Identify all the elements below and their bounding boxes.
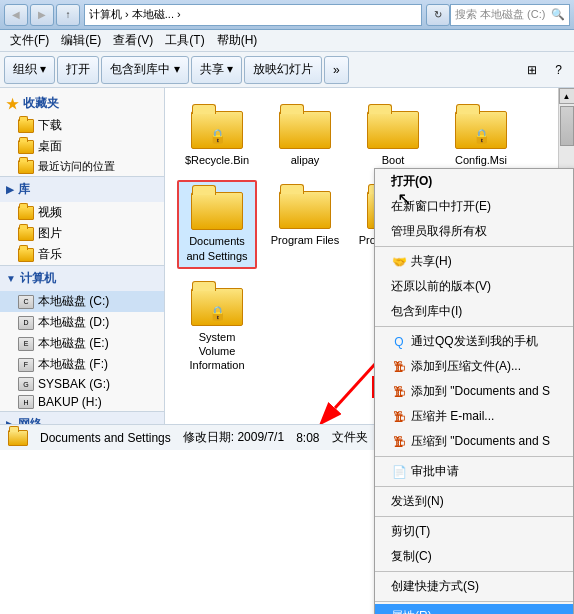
more-button[interactable]: »	[324, 56, 349, 84]
sidebar-network-header[interactable]: ▶ 网络	[0, 411, 164, 424]
sidebar-library-header[interactable]: ▶ 库	[0, 176, 164, 202]
folder-documents-settings[interactable]: Documents and Settings	[177, 180, 257, 269]
sidebar-item-download[interactable]: 下载	[0, 115, 164, 136]
chevron-icon: ▶	[6, 184, 14, 195]
ctx-approve[interactable]: 📄 审批申请	[375, 459, 573, 484]
ctx-qq[interactable]: Q 通过QQ发送到我的手机	[375, 329, 573, 354]
ctx-create-shortcut[interactable]: 创建快捷方式(S)	[375, 574, 573, 599]
folder-icon	[18, 140, 34, 154]
menu-bar: 文件(F) 编辑(E) 查看(V) 工具(T) 帮助(H)	[0, 30, 574, 52]
drive-icon-f: F	[18, 358, 34, 372]
title-bar: ◀ ▶ ↑ 计算机 › 本地磁... › ↻ 搜索 本地磁盘 (C:) 🔍	[0, 0, 574, 30]
ctx-admin[interactable]: 管理员取得所有权	[375, 219, 573, 244]
address-bar[interactable]: 计算机 › 本地磁... ›	[84, 4, 422, 26]
forward-button[interactable]: ▶	[30, 4, 54, 26]
folder-icon-large	[367, 105, 419, 149]
ctx-add-zip[interactable]: 🗜 添加到压缩文件(A)...	[375, 354, 573, 379]
folder-icon-large	[191, 186, 243, 230]
ctx-share[interactable]: 🤝 共享(H)	[375, 249, 573, 274]
search-bar[interactable]: 搜索 本地磁盘 (C:) 🔍	[450, 4, 570, 26]
ctx-copy[interactable]: 复制(C)	[375, 544, 573, 569]
context-menu: 打开(O) 在新窗口中打开(E) 管理员取得所有权 🤝 共享(H) 还原以前的版…	[374, 168, 574, 614]
folder-system-volume[interactable]: 🔒 System Volume Information	[177, 277, 257, 378]
scroll-thumb[interactable]	[560, 106, 574, 146]
ctx-separator-5	[375, 516, 573, 517]
ctx-restore[interactable]: 还原以前的版本(V)	[375, 274, 573, 299]
sidebar-item-music[interactable]: 音乐	[0, 244, 164, 265]
sidebar-drive-d[interactable]: D 本地磁盘 (D:)	[0, 312, 164, 333]
view-options-button[interactable]: ⊞	[519, 56, 545, 84]
slideshow-button[interactable]: 放映幻灯片	[244, 56, 322, 84]
main-layout: ★ 收藏夹 下载 桌面 最近访问的位置 ▶ 库 视频 图片	[0, 88, 574, 424]
chevron-icon: ▶	[6, 419, 14, 424]
menu-edit[interactable]: 编辑(E)	[55, 30, 107, 51]
ctx-separator-4	[375, 486, 573, 487]
folder-icon	[18, 119, 34, 133]
ctx-separator-3	[375, 456, 573, 457]
zip-icon: 🗜	[391, 409, 407, 425]
folder-boot[interactable]: Boot	[353, 100, 433, 172]
ctx-send-to[interactable]: 发送到(N)	[375, 489, 573, 514]
menu-help[interactable]: 帮助(H)	[211, 30, 264, 51]
folder-config-msi[interactable]: 🔒 Config.Msi	[441, 100, 521, 172]
drive-icon-h: H	[18, 395, 34, 409]
sidebar-item-desktop[interactable]: 桌面	[0, 136, 164, 157]
share-icon: 🤝	[391, 254, 407, 270]
back-button[interactable]: ◀	[4, 4, 28, 26]
ctx-zip-email[interactable]: 🗜 压缩并 E-mail...	[375, 404, 573, 429]
sidebar-drive-e[interactable]: E 本地磁盘 (E:)	[0, 333, 164, 354]
folder-name: Documents and Settings	[183, 234, 251, 263]
menu-tools[interactable]: 工具(T)	[159, 30, 210, 51]
lock-icon: 🔒	[473, 128, 490, 144]
status-time: 8:08	[296, 431, 319, 445]
ctx-zip-named[interactable]: 🗜 压缩到 "Documents and S	[375, 429, 573, 454]
ctx-properties[interactable]: 属性(R)	[375, 604, 573, 614]
status-name: Documents and Settings	[40, 431, 171, 445]
sidebar-item-recent[interactable]: 最近访问的位置	[0, 157, 164, 176]
search-icon: 🔍	[551, 8, 565, 21]
folder-alipay[interactable]: alipay	[265, 100, 345, 172]
organize-button[interactable]: 组织 ▾	[4, 56, 55, 84]
menu-file[interactable]: 文件(F)	[4, 30, 55, 51]
drive-icon-g: G	[18, 377, 34, 391]
folder-icon-large: 🔒	[455, 105, 507, 149]
refresh-button[interactable]: ↻	[426, 4, 450, 26]
folder-icon	[18, 248, 34, 262]
status-type: 文件夹	[332, 429, 368, 446]
star-icon: ★	[6, 96, 19, 112]
folder-icon-large: 🔒	[191, 282, 243, 326]
scroll-up-button[interactable]: ▲	[559, 88, 575, 104]
zip-icon: 🗜	[391, 434, 407, 450]
open-button[interactable]: 打开	[57, 56, 99, 84]
ctx-include-library[interactable]: 包含到库中(I)	[375, 299, 573, 324]
doc-icon: 📄	[391, 464, 407, 480]
folder-icon-large	[279, 185, 331, 229]
ctx-open[interactable]: 打开(O)	[375, 169, 573, 194]
zip-icon: 🗜	[391, 384, 407, 400]
ctx-open-new-window[interactable]: 在新窗口中打开(E)	[375, 194, 573, 219]
ctx-separator-1	[375, 246, 573, 247]
drive-icon-d: D	[18, 316, 34, 330]
sidebar-drive-g[interactable]: G SYSBAK (G:)	[0, 375, 164, 393]
chevron-icon: ▼	[6, 273, 16, 284]
up-button[interactable]: ↑	[56, 4, 80, 26]
folder-name: $Recycle.Bin	[185, 153, 249, 167]
folder-recycle-bin[interactable]: 🔒 $Recycle.Bin	[177, 100, 257, 172]
sidebar-item-video[interactable]: 视频	[0, 202, 164, 223]
ctx-add-zip-named[interactable]: 🗜 添加到 "Documents and S	[375, 379, 573, 404]
drive-icon-e: E	[18, 337, 34, 351]
ctx-cut[interactable]: 剪切(T)	[375, 519, 573, 544]
sidebar-computer-header[interactable]: ▼ 计算机	[0, 265, 164, 291]
sidebar-drive-h[interactable]: H BAKUP (H:)	[0, 393, 164, 411]
include-library-button[interactable]: 包含到库中 ▾	[101, 56, 188, 84]
sidebar-drive-f[interactable]: F 本地磁盘 (F:)	[0, 354, 164, 375]
folder-icon	[18, 227, 34, 241]
folder-icon-large: 🔒	[191, 105, 243, 149]
folder-program-files[interactable]: Program Files	[265, 180, 345, 269]
help-button[interactable]: ?	[547, 56, 570, 84]
menu-view[interactable]: 查看(V)	[107, 30, 159, 51]
sidebar-drive-c[interactable]: C 本地磁盘 (C:)	[0, 291, 164, 312]
sidebar-item-picture[interactable]: 图片	[0, 223, 164, 244]
share-button[interactable]: 共享 ▾	[191, 56, 242, 84]
sidebar-favorites-header[interactable]: ★ 收藏夹	[0, 92, 164, 115]
